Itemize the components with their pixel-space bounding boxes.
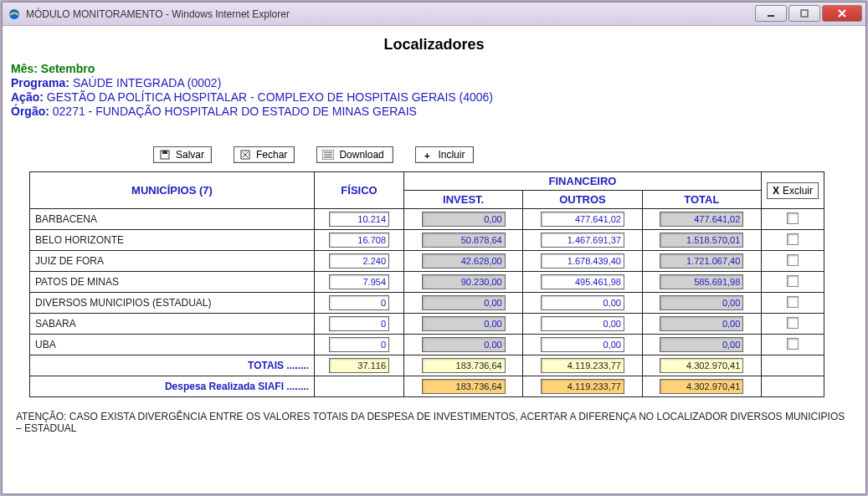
minimize-button[interactable] (755, 5, 787, 22)
meta-programa: Programa: SAÚDE INTEGRADA (0002) (11, 76, 857, 89)
total-input (660, 253, 743, 268)
toolbar: Salvar Fechar Download + Incluir (153, 146, 857, 163)
data-table: MUNICÍPIOS (7) FÍSICO FINANCEIRO X Exclu… (29, 171, 824, 397)
save-icon (159, 149, 171, 161)
siafi-row: Despesa Realizada SIAFI ........ (30, 376, 824, 397)
meta-mes-value: Setembro (41, 62, 95, 75)
table-row: DIVERSOS MUNICIPIOS (ESTADUAL) (30, 293, 824, 314)
invest-input (422, 316, 506, 331)
download-label: Download (339, 149, 383, 161)
salvar-button[interactable]: Salvar (153, 146, 212, 163)
totais-fisico (329, 358, 389, 373)
table-row: BELO HORIZONTE (30, 230, 824, 251)
close-icon (836, 8, 848, 19)
meta-orgao-value: 02271 - FUNDAÇÃO HOSPITALAR DO ESTADO DE… (53, 105, 417, 118)
mun-name: PATOS DE MINAS (30, 272, 315, 293)
ie-icon (8, 8, 21, 21)
total-input (660, 337, 743, 352)
svg-rect-1 (768, 15, 774, 17)
incluir-button[interactable]: + Incluir (415, 146, 474, 163)
incluir-label: Incluir (438, 149, 465, 161)
window-title: MÓDULO MONITORAMENTO - Windows Internet … (26, 8, 290, 20)
col-financeiro: FINANCEIRO (404, 172, 762, 191)
delete-checkbox[interactable] (787, 233, 799, 245)
delete-checkbox[interactable] (787, 212, 799, 224)
mun-name: SABARA (30, 314, 315, 335)
maximize-icon (799, 8, 809, 18)
fisico-input[interactable] (329, 212, 389, 227)
meta-programa-value: SAÚDE INTEGRADA (0002) (73, 76, 221, 89)
invest-input (422, 337, 506, 352)
fisico-input[interactable] (329, 337, 389, 352)
delete-checkbox[interactable] (787, 254, 799, 266)
mun-name: BARBACENA (30, 209, 315, 230)
table-row: UBA (30, 335, 824, 355)
outros-input[interactable] (541, 295, 624, 310)
meta-programa-label: Programa: (11, 76, 69, 89)
excluir-button[interactable]: X Excluir (767, 182, 819, 199)
outros-input[interactable] (541, 212, 624, 227)
total-input (660, 212, 743, 227)
totais-empty (761, 355, 824, 376)
col-total: TOTAL (642, 191, 761, 209)
table-row: BARBACENA (30, 209, 824, 230)
meta-acao-label: Ação: (11, 90, 44, 104)
x-icon: X (773, 185, 779, 197)
download-button[interactable]: Download (316, 146, 393, 163)
outros-input[interactable] (541, 253, 624, 268)
meta-mes-label: Mês: (11, 62, 38, 75)
siafi-empty (761, 376, 824, 397)
delete-checkbox[interactable] (787, 338, 799, 350)
delete-checkbox[interactable] (787, 317, 799, 329)
svg-rect-2 (801, 10, 808, 17)
app-window: MÓDULO MONITORAMENTO - Windows Internet … (2, 2, 866, 494)
maximize-button[interactable] (788, 5, 820, 22)
close-window-button[interactable] (822, 5, 862, 22)
table-body: BARBACENABELO HORIZONTEJUIZ DE FORAPATOS… (30, 209, 824, 355)
totais-row: TOTAIS ........ (30, 355, 824, 376)
outros-input[interactable] (541, 316, 624, 331)
table-row: SABARA (30, 314, 824, 335)
mun-name: JUIZ DE FORA (30, 251, 315, 272)
total-input (660, 295, 743, 310)
fechar-button[interactable]: Fechar (234, 146, 295, 163)
outros-input[interactable] (541, 233, 624, 248)
minimize-icon (766, 8, 776, 18)
meta-acao: Ação: GESTÃO DA POLÍTICA HOSPITALAR - CO… (11, 90, 857, 104)
close-icon-btn (239, 149, 251, 161)
invest-input (422, 253, 506, 268)
siafi-total (660, 379, 743, 394)
titlebar: MÓDULO MONITORAMENTO - Windows Internet … (3, 3, 865, 26)
content-area: Localizadores Mês: Setembro Programa: SA… (3, 26, 865, 493)
window-controls (755, 5, 862, 22)
table-row: JUIZ DE FORA (30, 251, 824, 272)
siafi-label: Despesa Realizada SIAFI ........ (30, 376, 315, 397)
siafi-invest (422, 379, 506, 394)
table-foot: TOTAIS ........ Despesa Realizada SIAFI … (30, 355, 824, 397)
siafi-outros (541, 379, 624, 394)
meta-orgao-label: Órgão: (11, 105, 49, 118)
fisico-input[interactable] (329, 233, 389, 248)
fisico-input[interactable] (329, 316, 389, 331)
total-input (660, 316, 743, 331)
outros-input[interactable] (541, 274, 624, 289)
mun-name: UBA (30, 335, 315, 355)
outros-input[interactable] (541, 337, 624, 352)
totais-total (660, 358, 743, 373)
svg-rect-4 (162, 151, 167, 154)
delete-checkbox[interactable] (787, 275, 799, 287)
fisico-input[interactable] (329, 253, 389, 268)
salvar-label: Salvar (176, 149, 204, 161)
col-excluir: X Excluir (761, 172, 824, 209)
meta-orgao: Órgão: 02271 - FUNDAÇÃO HOSPITALAR DO ES… (11, 105, 857, 118)
col-invest: INVEST. (404, 191, 523, 209)
mun-name: BELO HORIZONTE (30, 230, 315, 251)
table-row: PATOS DE MINAS (30, 272, 824, 293)
totais-invest (422, 358, 506, 373)
fisico-input[interactable] (329, 274, 389, 289)
fisico-input[interactable] (329, 295, 389, 310)
meta-acao-value: GESTÃO DA POLÍTICA HOSPITALAR - COMPLEXO… (47, 90, 493, 104)
meta-mes: Mês: Setembro (11, 62, 857, 75)
delete-checkbox[interactable] (787, 296, 799, 308)
col-fisico: FÍSICO (315, 172, 404, 209)
